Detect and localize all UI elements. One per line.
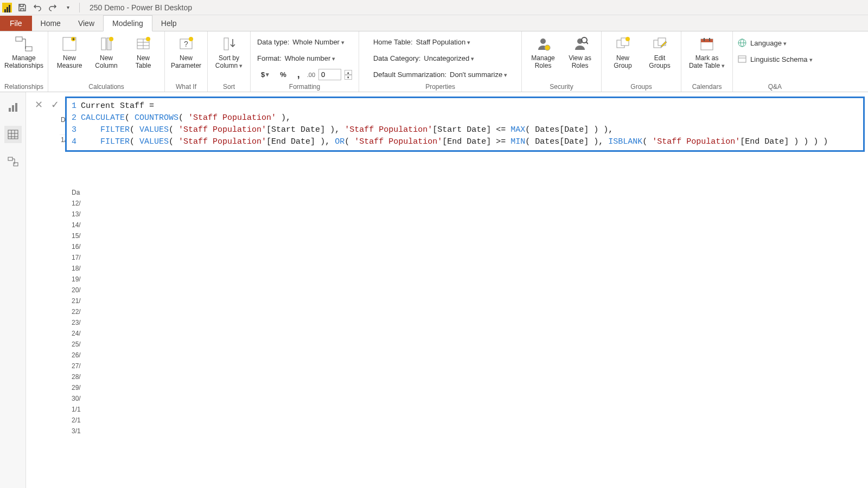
cancel-formula-button[interactable]: ✕ bbox=[33, 99, 44, 111]
new-group-button[interactable]: New Group bbox=[606, 34, 640, 70]
decimals-input[interactable] bbox=[318, 69, 341, 80]
schema-icon bbox=[737, 54, 747, 64]
globe-icon bbox=[737, 38, 747, 48]
save-icon[interactable] bbox=[16, 2, 28, 14]
svg-rect-16 bbox=[224, 38, 228, 50]
view-rail bbox=[0, 92, 26, 488]
report-view-button[interactable] bbox=[4, 99, 22, 116]
formula-bar-area: ✕ ✓ 1Current Staff = 2CALCULATE( COUNTRO… bbox=[30, 97, 865, 152]
thousands-button[interactable]: , bbox=[293, 67, 304, 82]
quick-access-toolbar: ▾ bbox=[16, 2, 82, 14]
tab-modeling[interactable]: Modeling bbox=[103, 15, 152, 31]
table-row: 16/ bbox=[71, 241, 92, 252]
tab-home[interactable]: Home bbox=[32, 16, 69, 31]
view-as-roles-button[interactable]: View as Roles bbox=[563, 34, 597, 70]
commit-formula-button[interactable]: ✓ bbox=[49, 99, 61, 111]
svg-rect-39 bbox=[8, 130, 18, 139]
manage-relationships-icon bbox=[15, 35, 33, 53]
percent-button[interactable]: % bbox=[276, 69, 290, 80]
currency-button[interactable]: $ bbox=[257, 69, 273, 80]
tab-file[interactable]: File bbox=[0, 16, 32, 31]
data-type-label: Data type: bbox=[257, 38, 289, 46]
svg-rect-28 bbox=[701, 39, 713, 42]
svg-rect-36 bbox=[9, 108, 11, 112]
svg-line-21 bbox=[586, 42, 588, 44]
ribbon-group-groups: New Group Edit Groups Groups bbox=[602, 31, 681, 92]
table-row: 13/ bbox=[71, 209, 92, 220]
ribbon-group-security: Manage Roles View as Roles Security bbox=[522, 31, 602, 92]
manage-roles-icon bbox=[534, 35, 552, 53]
table-row: 25/ bbox=[71, 339, 92, 350]
table-row: 22/ bbox=[71, 306, 92, 317]
svg-point-24 bbox=[626, 37, 630, 41]
table-row: 24/ bbox=[71, 328, 92, 339]
redo-icon[interactable] bbox=[47, 2, 59, 14]
app-icon bbox=[2, 3, 12, 12]
table-row: 19/ bbox=[71, 274, 92, 285]
table-row: 27/ bbox=[71, 361, 92, 371]
tab-help[interactable]: Help bbox=[152, 16, 186, 31]
svg-text:?: ? bbox=[184, 40, 188, 48]
ribbon: Manage Relationships Relationships ✦ New… bbox=[0, 31, 868, 92]
undo-icon[interactable] bbox=[31, 2, 43, 14]
home-table-dropdown[interactable]: Staff Population bbox=[416, 38, 471, 46]
linguistic-schema-button[interactable]: Linguistic Schema bbox=[737, 52, 813, 66]
data-grid-stub: Da 12/13/14/15/16/17/18/19/20/21/22/23/2… bbox=[71, 187, 92, 436]
data-type-dropdown[interactable]: Whole Number bbox=[292, 38, 344, 46]
model-view-button[interactable] bbox=[4, 153, 22, 170]
ribbon-group-properties: Home Table: Staff Population Data Catego… bbox=[359, 31, 522, 92]
sort-by-column-button[interactable]: Sort by Column bbox=[212, 34, 246, 70]
table-row: 23/ bbox=[71, 317, 92, 328]
qat-customize-icon[interactable]: ▾ bbox=[62, 2, 74, 14]
new-group-icon bbox=[614, 35, 632, 53]
mark-date-table-button[interactable]: Mark as Date Table bbox=[686, 34, 728, 70]
svg-point-15 bbox=[189, 37, 193, 41]
table-row: 20/ bbox=[71, 285, 92, 296]
edit-groups-button[interactable]: Edit Groups bbox=[643, 34, 676, 70]
data-category-label: Data Category: bbox=[373, 54, 420, 62]
language-button[interactable]: Language bbox=[737, 36, 813, 50]
table-row: 21/ bbox=[71, 296, 92, 306]
summarization-dropdown[interactable]: Don't summarize bbox=[450, 70, 507, 79]
table-row: 15/ bbox=[71, 230, 92, 241]
ribbon-group-calendars: Mark as Date Table Calendars bbox=[681, 31, 733, 92]
new-table-button[interactable]: New Table bbox=[126, 34, 160, 70]
table-row: 26/ bbox=[71, 350, 92, 361]
manage-relationships-button[interactable]: Manage Relationships bbox=[7, 34, 41, 70]
table-row: 3/1 bbox=[71, 426, 92, 436]
svg-point-18 bbox=[545, 45, 550, 50]
format-label: Format: bbox=[257, 54, 282, 62]
svg-point-12 bbox=[146, 37, 150, 41]
tab-view[interactable]: View bbox=[69, 16, 103, 31]
new-measure-button[interactable]: ✦ New Measure bbox=[53, 34, 86, 70]
data-category-dropdown[interactable]: Uncategorized bbox=[424, 54, 474, 62]
svg-rect-38 bbox=[15, 103, 17, 112]
edit-groups-icon bbox=[650, 35, 669, 53]
ribbon-group-calculations: ✦ New Measure New Column New Table Calcu… bbox=[48, 31, 165, 92]
data-view-button[interactable] bbox=[4, 126, 22, 143]
formula-editor[interactable]: 1Current Staff = 2CALCULATE( COUNTROWS( … bbox=[65, 97, 865, 152]
window-title: 250 Demo - Power BI Desktop bbox=[90, 3, 192, 12]
ribbon-tabs: File Home View Modeling Help bbox=[0, 15, 868, 31]
new-measure-icon: ✦ bbox=[60, 35, 79, 53]
svg-point-7 bbox=[109, 37, 113, 41]
table-row: 17/ bbox=[71, 252, 92, 263]
new-column-icon bbox=[97, 35, 116, 53]
format-dropdown[interactable]: Whole number bbox=[285, 54, 336, 62]
view-as-icon bbox=[571, 35, 589, 53]
decimals-spinner[interactable]: ▴▾ bbox=[344, 70, 352, 80]
svg-point-17 bbox=[540, 38, 546, 44]
titlebar: ▾ 250 Demo - Power BI Desktop bbox=[0, 0, 868, 15]
ribbon-group-sort: Sort by Column Sort bbox=[208, 31, 251, 92]
manage-roles-button[interactable]: Manage Roles bbox=[526, 34, 560, 70]
svg-rect-37 bbox=[12, 105, 14, 112]
home-table-label: Home Table: bbox=[373, 38, 413, 46]
new-parameter-button[interactable]: ? New Parameter bbox=[169, 34, 203, 70]
new-column-button[interactable]: New Column bbox=[90, 34, 123, 70]
svg-text:✦: ✦ bbox=[72, 37, 75, 42]
new-parameter-icon: ? bbox=[177, 35, 195, 53]
ribbon-group-relationships: Manage Relationships Relationships bbox=[0, 31, 48, 92]
ribbon-group-qa: Language Linguistic Schema Q&A bbox=[733, 31, 817, 92]
svg-rect-5 bbox=[101, 38, 106, 50]
table-row: 12/ bbox=[71, 198, 92, 209]
